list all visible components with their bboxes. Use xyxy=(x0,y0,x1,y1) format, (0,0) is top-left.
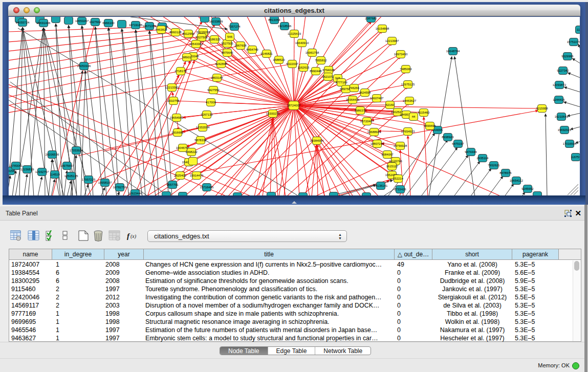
svg-text:19654963: 19654963 xyxy=(170,116,184,119)
svg-text:252214: 252214 xyxy=(393,177,404,180)
svg-text:9657791: 9657791 xyxy=(166,183,179,186)
svg-text:15716485: 15716485 xyxy=(200,186,214,189)
svg-text:5322037: 5322037 xyxy=(286,62,298,65)
svg-text:1112: 1112 xyxy=(577,28,580,31)
svg-text:16961758: 16961758 xyxy=(306,51,319,54)
svg-text:1010755: 1010755 xyxy=(167,99,180,102)
svg-text:3875645: 3875645 xyxy=(221,51,233,54)
svg-text:10973493: 10973493 xyxy=(394,53,408,56)
svg-text:8813054: 8813054 xyxy=(268,18,280,21)
svg-text:62160: 62160 xyxy=(386,103,395,106)
svg-text:15720407: 15720407 xyxy=(360,120,374,123)
svg-text:98901: 98901 xyxy=(183,56,191,59)
svg-text:1588520: 1588520 xyxy=(273,58,285,61)
svg-text:7485063: 7485063 xyxy=(400,68,412,71)
svg-text:7986372: 7986372 xyxy=(354,109,366,112)
svg-text:15751074: 15751074 xyxy=(567,40,580,43)
svg-text:10654112: 10654112 xyxy=(510,179,524,182)
svg-text:14463627: 14463627 xyxy=(403,99,417,102)
svg-text:12923446: 12923446 xyxy=(128,192,142,195)
svg-text:7955812: 7955812 xyxy=(315,59,327,62)
svg-text:10653267: 10653267 xyxy=(75,19,89,23)
svg-text:16640910: 16640910 xyxy=(295,41,309,45)
svg-text:10688609: 10688609 xyxy=(367,130,381,134)
svg-text:17957225: 17957225 xyxy=(82,178,96,181)
svg-text:8454749: 8454749 xyxy=(246,48,258,51)
svg-text:20364436: 20364436 xyxy=(346,98,360,101)
svg-text:18807249: 18807249 xyxy=(371,142,384,145)
svg-text:1916682: 1916682 xyxy=(171,131,184,134)
svg-text:2803144: 2803144 xyxy=(211,76,223,79)
svg-text:2718176: 2718176 xyxy=(175,70,187,73)
svg-text:12093872: 12093872 xyxy=(553,83,567,86)
svg-text:9245652: 9245652 xyxy=(521,187,534,190)
svg-text:6479197: 6479197 xyxy=(452,142,464,145)
svg-text:8990448: 8990448 xyxy=(310,70,322,73)
svg-text:15783061: 15783061 xyxy=(9,164,23,167)
svg-text:10958107: 10958107 xyxy=(98,181,112,184)
svg-text:8912954: 8912954 xyxy=(182,32,194,35)
svg-text:16154808: 16154808 xyxy=(376,27,389,30)
svg-text:11325419: 11325419 xyxy=(288,32,301,35)
svg-text:9227342: 9227342 xyxy=(557,69,569,72)
svg-text:17016504: 17016504 xyxy=(563,142,577,145)
svg-text:20053346: 20053346 xyxy=(77,64,91,68)
svg-text:1162615: 1162615 xyxy=(298,66,310,69)
svg-text:14055724: 14055724 xyxy=(16,21,30,24)
svg-text:15914479: 15914479 xyxy=(190,174,204,177)
svg-text:9146821: 9146821 xyxy=(260,52,273,55)
svg-text:417006: 417006 xyxy=(206,101,216,104)
svg-text:2967608: 2967608 xyxy=(234,44,247,47)
svg-text:f: f xyxy=(127,232,130,240)
svg-text:15692921: 15692921 xyxy=(558,128,572,132)
svg-text:9427552: 9427552 xyxy=(207,89,220,92)
svg-text:16210643: 16210643 xyxy=(555,115,569,118)
svg-text:19384554: 19384554 xyxy=(310,139,324,142)
svg-text:7932621: 7932621 xyxy=(488,164,500,167)
svg-text:9777169: 9777169 xyxy=(335,81,347,84)
svg-text:12975125: 12975125 xyxy=(401,83,415,86)
svg-text:6966100: 6966100 xyxy=(102,21,115,25)
svg-text:16033809: 16033809 xyxy=(209,20,223,23)
svg-text:5878332: 5878332 xyxy=(194,139,207,142)
svg-text:546: 546 xyxy=(227,35,233,38)
svg-text:3267130: 3267130 xyxy=(201,113,213,116)
svg-text:44: 44 xyxy=(412,115,416,118)
svg-text:12213987: 12213987 xyxy=(385,39,399,42)
svg-text:10607487: 10607487 xyxy=(370,97,384,100)
svg-text:9242848: 9242848 xyxy=(215,62,227,65)
svg-text:116753: 116753 xyxy=(571,156,580,159)
svg-text:12353594: 12353594 xyxy=(196,126,210,129)
svg-text:7357274: 7357274 xyxy=(228,25,241,28)
svg-text:1733426: 1733426 xyxy=(394,188,406,191)
svg-text:20206536: 20206536 xyxy=(46,153,59,156)
svg-text:2935114: 2935114 xyxy=(477,157,489,160)
svg-text:7625402: 7625402 xyxy=(174,174,186,177)
svg-text:1621072: 1621072 xyxy=(322,75,334,78)
svg-text:19218506: 19218506 xyxy=(278,25,292,28)
svg-text:9329966: 9329966 xyxy=(561,55,574,58)
svg-text:1615112: 1615112 xyxy=(386,165,399,168)
svg-text:6794028: 6794028 xyxy=(322,69,335,72)
svg-text:1327602: 1327602 xyxy=(89,20,101,24)
svg-text:9474444: 9474444 xyxy=(465,150,477,154)
svg-text:10671355: 10671355 xyxy=(143,25,157,28)
svg-text:18724007: 18724007 xyxy=(287,104,301,107)
svg-text:20691406: 20691406 xyxy=(37,21,51,25)
svg-text:17353924: 17353924 xyxy=(70,149,83,152)
svg-text:114519: 114519 xyxy=(50,173,60,176)
svg-text:9527505: 9527505 xyxy=(221,42,233,45)
svg-text:10719185: 10719185 xyxy=(129,24,143,27)
svg-text:9084067: 9084067 xyxy=(381,153,394,156)
svg-text:1498222: 1498222 xyxy=(185,150,198,154)
svg-text:3624554: 3624554 xyxy=(359,91,371,94)
svg-text:2087682: 2087682 xyxy=(365,17,377,20)
svg-text:3215958: 3215958 xyxy=(536,107,548,110)
svg-text:16648784: 16648784 xyxy=(446,50,460,53)
svg-text:12213383: 12213383 xyxy=(165,86,179,89)
svg-text:1244415: 1244415 xyxy=(553,98,565,101)
svg-text:9327503: 9327503 xyxy=(195,36,208,39)
svg-text:12156819: 12156819 xyxy=(20,168,34,171)
svg-text:8478676: 8478676 xyxy=(499,171,512,174)
svg-text:9699695: 9699695 xyxy=(424,124,436,127)
